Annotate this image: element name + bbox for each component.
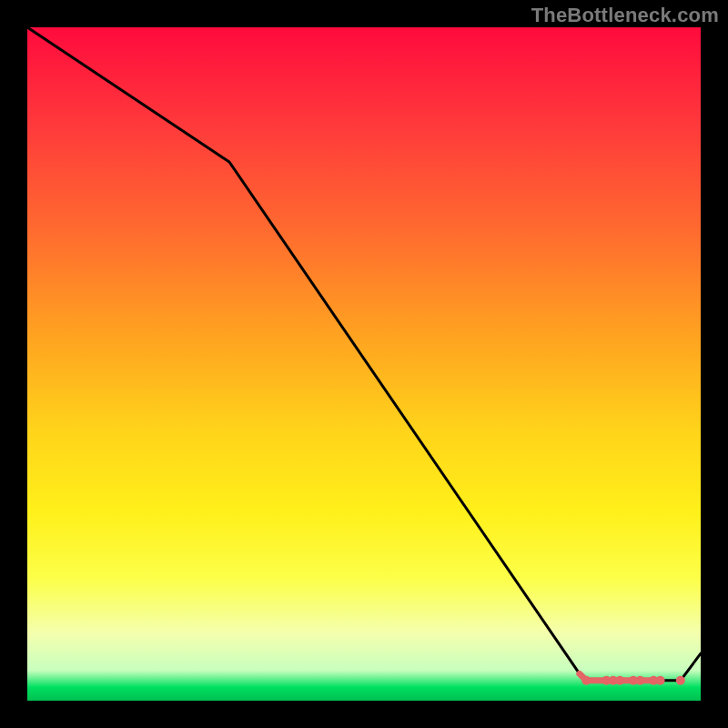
chart-marker [581,676,591,685]
chart-overlay [27,27,701,701]
watermark-text: TheBottleneck.com [531,4,719,27]
chart-line [27,27,701,681]
chart-frame: TheBottleneck.com [0,0,728,728]
chart-marker [615,676,624,685]
chart-marker [635,676,644,685]
chart-line-group [27,27,701,685]
chart-marker [676,676,685,685]
chart-marker [656,676,665,685]
